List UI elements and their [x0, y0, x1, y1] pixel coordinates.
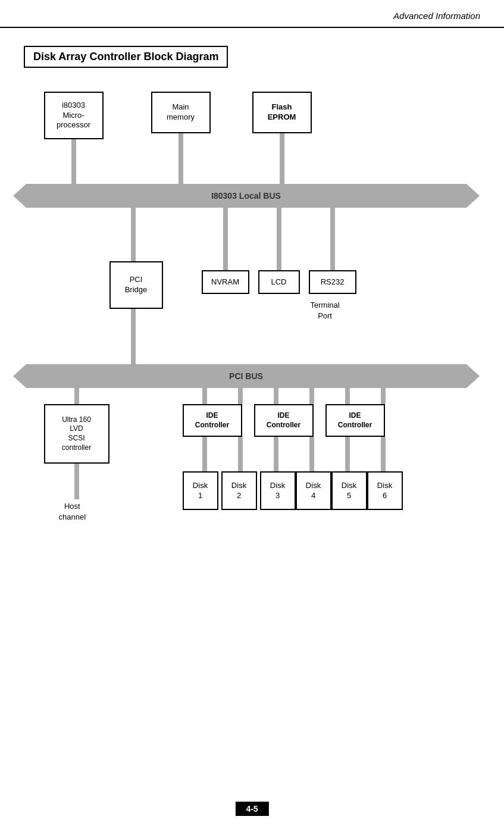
- vline-mainmem-bus: [179, 133, 183, 187]
- disk1-label: Disk 1: [193, 481, 208, 501]
- ide-controller1-box: IDE Controller: [183, 404, 242, 437]
- nvram-label: NVRAM: [211, 277, 239, 287]
- pci-bus-label: PCI BUS: [229, 371, 263, 381]
- flash-eprom-box: Flash EPROM: [252, 92, 312, 133]
- microprocessor-label: i80303 Micro- processor: [57, 101, 90, 131]
- pci-bridge-box: PCI Bridge: [109, 261, 163, 309]
- vline-pcibus-extra3: [381, 388, 386, 404]
- pci-bus-right-arrow: [467, 364, 480, 388]
- vline-pcibus-ultra160: [74, 388, 79, 404]
- vline-pcibus-extra1: [238, 388, 243, 404]
- page-number-text: 4-5: [235, 802, 268, 816]
- pci-bus-left-arrow: [13, 364, 26, 388]
- vline-pcibus-extra2: [309, 388, 314, 404]
- ide-controller2-box: IDE Controller: [254, 404, 314, 437]
- host-channel-label: Host channel: [59, 501, 86, 523]
- disk4-box: Disk 4: [296, 471, 331, 510]
- vline-pcibus-ide1-l: [202, 388, 207, 404]
- lcd-box: LCD: [258, 270, 300, 294]
- microprocessor-box: i80303 Micro- processor: [44, 92, 104, 139]
- rs232-box: RS232: [309, 270, 356, 294]
- rs232-label: RS232: [321, 277, 345, 287]
- page-header: Advanced Information: [0, 0, 504, 28]
- ide-controller3-label: IDE Controller: [338, 411, 372, 430]
- ultra160-label: Ultra 160 LVD SCSI controller: [62, 415, 91, 452]
- disk4-label: Disk 4: [306, 481, 321, 501]
- ide-controller1-label: IDE Controller: [195, 411, 229, 430]
- ultra160-box: Ultra 160 LVD SCSI controller: [44, 404, 109, 464]
- local-bus-left-arrow: [13, 184, 26, 208]
- disk1-box: Disk 1: [183, 471, 218, 510]
- lcd-label: LCD: [271, 277, 286, 287]
- page-number: 4-5: [235, 803, 268, 814]
- vline-lcd: [277, 208, 281, 270]
- vline-rs232: [330, 208, 335, 270]
- vline-pcibus-ide2: [274, 388, 278, 404]
- disk3-label: Disk 3: [270, 481, 285, 501]
- local-bus-label: I80303 Local BUS: [211, 191, 281, 201]
- local-bus-right-arrow: [467, 184, 480, 208]
- diagram-container: i80303 Micro- processor Main memory Flas…: [26, 74, 478, 592]
- vline-ide3-down-r: [381, 437, 386, 473]
- vline-ide2-down-l: [274, 437, 278, 473]
- vline-ultra160-host: [74, 464, 79, 499]
- local-bus-bar: I80303 Local BUS: [26, 184, 467, 208]
- vline-ide1-down-r: [238, 437, 243, 473]
- nvram-box: NVRAM: [202, 270, 249, 294]
- diagram-title: Disk Array Controller Block Diagram: [24, 46, 228, 68]
- vline-pcibus-ide3: [345, 388, 350, 404]
- disk6-label: Disk 6: [377, 481, 392, 501]
- ide-controller2-label: IDE Controller: [267, 411, 300, 430]
- disk3-box: Disk 3: [260, 471, 296, 510]
- vline-micro-bus: [71, 139, 76, 187]
- vline-nvram: [223, 208, 228, 270]
- vline-bus-pcibridge: [131, 208, 136, 261]
- vline-ide3-down-l: [345, 437, 350, 473]
- vline-ide2-down-r: [309, 437, 314, 473]
- main-memory-box: Main memory: [151, 92, 211, 133]
- pci-bus-bar: PCI BUS: [26, 364, 467, 388]
- disk2-label: Disk 2: [231, 481, 246, 501]
- main-memory-label: Main memory: [167, 102, 195, 123]
- terminal-port-label: Terminal Port: [311, 300, 340, 321]
- pci-bridge-label: PCI Bridge: [125, 275, 148, 295]
- flash-eprom-label: Flash EPROM: [268, 102, 296, 123]
- vline-pcibridge-pcibus: [131, 309, 136, 365]
- disk5-box: Disk 5: [331, 471, 367, 510]
- disk2-box: Disk 2: [221, 471, 257, 510]
- disk5-label: Disk 5: [342, 481, 356, 501]
- vline-ide1-down-l: [202, 437, 207, 473]
- ide-controller3-box: IDE Controller: [325, 404, 385, 437]
- header-title: Advanced Information: [393, 11, 480, 21]
- disk6-box: Disk 6: [367, 471, 403, 510]
- vline-flash-bus: [280, 133, 284, 187]
